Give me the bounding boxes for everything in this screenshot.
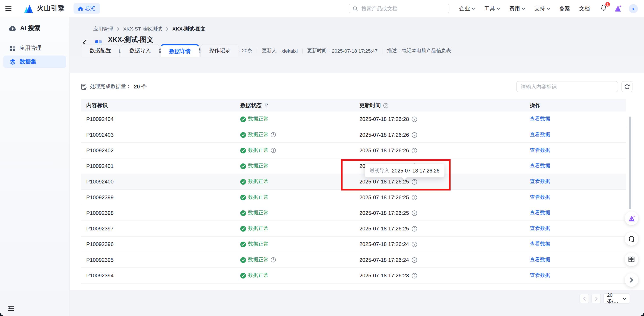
breadcrumb-item[interactable]: XKX-ST-验收测试 bbox=[123, 26, 162, 33]
nav-menu-item[interactable]: 备案 bbox=[560, 5, 570, 12]
breadcrumb-item[interactable]: XKX-测试-图文 bbox=[172, 26, 206, 33]
pagination: 20条/… bbox=[580, 293, 630, 304]
status-info-icon[interactable] bbox=[271, 148, 276, 153]
row-content-id: P10092404 bbox=[86, 116, 240, 122]
table-row: P10092404 数据正常 2025-07-18 17:26:28 ? 查看数… bbox=[81, 111, 626, 127]
help-circle-icon[interactable]: ? bbox=[411, 194, 417, 200]
status-label: 数据正常 bbox=[248, 209, 269, 216]
help-circle-icon[interactable]: ? bbox=[411, 226, 417, 231]
row-time-text: 2025-07-18 17:26:25 bbox=[360, 194, 409, 200]
view-data-link[interactable]: 查看数据 bbox=[530, 132, 550, 137]
view-data-link[interactable]: 查看数据 bbox=[530, 163, 550, 169]
view-data-link[interactable]: 查看数据 bbox=[530, 147, 550, 153]
row-status: 数据正常 bbox=[240, 272, 360, 279]
filter-icon[interactable] bbox=[264, 103, 269, 108]
view-data-link[interactable]: 查看数据 bbox=[530, 226, 550, 231]
nav-menu-label: 支持 bbox=[534, 5, 545, 12]
row-update-time: 2025-07-18 17:26:23 ? bbox=[360, 272, 530, 278]
status-info-icon[interactable] bbox=[271, 132, 276, 137]
chevron-down-icon bbox=[547, 7, 550, 10]
collapse-float-button[interactable] bbox=[625, 273, 638, 287]
view-data-link[interactable]: 查看数据 bbox=[530, 194, 550, 200]
brand-name: 火山引擎 bbox=[37, 4, 65, 13]
search-input[interactable] bbox=[360, 5, 445, 12]
nav-menu-item[interactable]: 企业 bbox=[459, 5, 475, 12]
tab[interactable]: 数据详情 bbox=[160, 44, 199, 57]
overview-label: 总览 bbox=[85, 5, 95, 12]
meta-separator bbox=[382, 48, 382, 53]
sidebar-item-app-management[interactable]: 应用管理 bbox=[3, 42, 66, 54]
status-label: 数据正常 bbox=[248, 256, 269, 263]
meta-label: 描述： bbox=[387, 47, 402, 54]
ai-assistant-float-button[interactable] bbox=[625, 212, 638, 225]
table-row: P10092402 数据正常 2025-07-18 17:26:26 ? 查看数… bbox=[81, 143, 626, 159]
meta-value: xiekaixi bbox=[282, 48, 298, 54]
sidebar-item-dataset[interactable]: 数据集 bbox=[3, 56, 66, 68]
help-circle-icon[interactable]: ? bbox=[411, 132, 417, 137]
view-data-link[interactable]: 查看数据 bbox=[530, 257, 550, 262]
help-circle-icon[interactable]: ? bbox=[411, 147, 417, 153]
docs-button[interactable] bbox=[625, 253, 638, 266]
tab[interactable]: 操作记录 bbox=[200, 44, 239, 57]
chevron-right-icon bbox=[594, 296, 598, 301]
collapse-sidebar-icon[interactable] bbox=[8, 306, 14, 311]
status-ok-icon bbox=[240, 179, 246, 185]
view-data-link[interactable]: 查看数据 bbox=[530, 241, 550, 247]
meta-value: 2025-07-18 17:25:47 bbox=[332, 48, 378, 54]
prev-page-button[interactable] bbox=[580, 294, 589, 303]
view-data-link[interactable]: 查看数据 bbox=[530, 210, 550, 216]
meta-item: 更新时间： 2025-07-18 17:25:47 bbox=[298, 47, 378, 54]
content-id-filter-input[interactable] bbox=[516, 81, 618, 92]
col-actions: 操作 bbox=[530, 102, 626, 109]
help-circle-icon[interactable]: ? bbox=[411, 210, 417, 216]
next-page-button[interactable] bbox=[592, 294, 601, 303]
ai-assistant-nav-button[interactable] bbox=[614, 5, 622, 13]
help-circle-icon[interactable]: ? bbox=[383, 103, 388, 108]
svg-text:?: ? bbox=[413, 258, 415, 262]
help-circle-icon[interactable]: ? bbox=[411, 241, 417, 247]
floating-toolbar bbox=[625, 212, 638, 287]
meta-item: 描述： 笔记本电脑产品信息表 bbox=[378, 47, 451, 54]
row-update-time: 2025-07-18 17:26:25 ? bbox=[360, 210, 530, 216]
nav-menu-label: 工具 bbox=[484, 5, 495, 12]
status-ok-icon bbox=[240, 132, 246, 137]
view-data-link[interactable]: 查看数据 bbox=[530, 179, 550, 184]
page-size-select[interactable]: 20条/… bbox=[603, 293, 630, 304]
status-ok-icon bbox=[240, 257, 246, 263]
help-circle-icon[interactable]: ? bbox=[411, 116, 417, 122]
tab[interactable]: 数据配置 bbox=[81, 44, 120, 57]
view-data-link[interactable]: 查看数据 bbox=[530, 272, 550, 278]
brand-logo[interactable]: 火山引擎 bbox=[23, 4, 65, 13]
chevron-right-icon bbox=[630, 277, 633, 283]
row-time-text: 2025-07-18 17:26:24 bbox=[360, 241, 409, 247]
help-circle-icon[interactable]: ? bbox=[411, 257, 417, 263]
hamburger-icon[interactable] bbox=[5, 6, 12, 11]
view-data-link[interactable]: 查看数据 bbox=[530, 116, 550, 122]
row-content-id: P10092396 bbox=[86, 241, 240, 247]
support-button[interactable] bbox=[625, 232, 638, 246]
row-time-text: 2025-07-18 17:26:25 bbox=[360, 226, 409, 232]
status-info-icon[interactable] bbox=[271, 257, 276, 262]
overview-button[interactable]: 总览 bbox=[74, 3, 100, 14]
row-update-time: 2025-07-18 17:26:28 ? bbox=[360, 116, 530, 122]
nav-menu-label: 企业 bbox=[459, 5, 470, 12]
row-status: 数据正常 bbox=[240, 147, 360, 154]
refresh-button[interactable] bbox=[622, 81, 632, 92]
avatar[interactable]: x bbox=[629, 4, 638, 13]
table-row: P10092396 数据正常 2025-07-18 17:26:24 ? 查看数… bbox=[81, 237, 626, 252]
table-scrollbar[interactable] bbox=[629, 116, 631, 209]
table-row: P10092395 数据正常 2025-07-18 17:26:24 ? 查看数… bbox=[81, 252, 626, 268]
tabs: 数据配置数据导入数据详情操作记录 bbox=[81, 44, 239, 57]
nav-menu-item[interactable]: 支持 bbox=[534, 5, 550, 12]
status-label: 数据正常 bbox=[248, 272, 269, 279]
tab[interactable]: 数据导入 bbox=[121, 44, 159, 57]
global-search[interactable] bbox=[349, 4, 449, 13]
nav-menu-item[interactable]: 工具 bbox=[484, 5, 500, 12]
help-circle-icon[interactable]: ? bbox=[411, 272, 417, 278]
notifications-button[interactable]: 1 bbox=[600, 4, 607, 13]
svg-text:?: ? bbox=[413, 227, 415, 230]
breadcrumb-item[interactable]: 应用管理 bbox=[93, 26, 113, 33]
meta-item: 更新人： xiekaixi bbox=[252, 47, 298, 54]
nav-menu-item[interactable]: 文档 bbox=[579, 5, 590, 12]
nav-menu-item[interactable]: 费用 bbox=[509, 5, 525, 12]
